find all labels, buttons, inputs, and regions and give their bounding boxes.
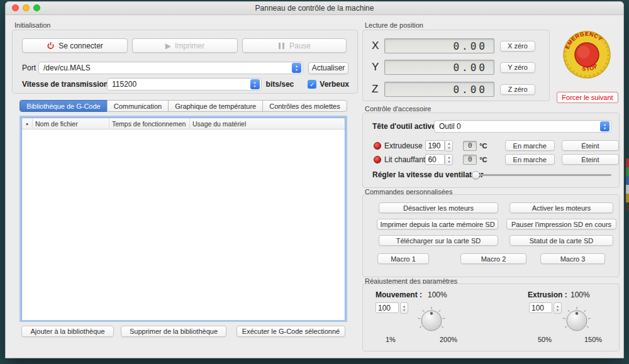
z-position-display: 0.00 [384, 82, 494, 97]
movement-min-label: 1% [386, 336, 396, 343]
background-window-sliver [626, 158, 629, 211]
connect-label: Se connecter [58, 41, 103, 50]
init-group: Se connecter ▶ Imprimer Pause Port /dev/… [12, 30, 358, 94]
extruder-target-stepper[interactable]: ▲▼ [445, 140, 453, 152]
baud-unit-label: bits/sec [266, 80, 294, 89]
extruder-on-button[interactable]: En marche [505, 140, 555, 151]
fan-speed-slider[interactable] [472, 171, 611, 179]
bed-label: Lit chauffant [384, 155, 425, 164]
tab-temperature-graph[interactable]: Graphique de température [168, 100, 263, 112]
extruder-off-button[interactable]: Éteint [562, 140, 619, 151]
toolhead-value: Outil 0 [439, 122, 461, 131]
force-next-button[interactable]: Forcer le suivant [557, 92, 618, 103]
table-col-material[interactable]: Usage du matériel [190, 118, 345, 129]
extrusion-max-label: 150% [584, 336, 602, 343]
z-zero-button[interactable]: Z zéro [500, 84, 535, 95]
port-label: Port [22, 63, 38, 72]
slider-thumb[interactable] [472, 171, 480, 179]
combo-arrows-icon: ▲▼ [600, 121, 610, 131]
table-header: • Nom de fichier Temps de fonctionnemen … [22, 118, 345, 130]
bed-temp-display: 0 [463, 155, 477, 165]
movement-max-label: 200% [440, 336, 457, 343]
x-position-display: 0.00 [384, 38, 494, 53]
sd-upload-button[interactable]: Télécharger sur la carte SD [379, 235, 498, 246]
table-col-marker[interactable]: • [22, 118, 33, 129]
baud-select[interactable]: 115200 ▲▼ [107, 78, 262, 91]
power-icon [47, 41, 55, 50]
verbose-checkbox[interactable]: ✓ [308, 80, 316, 89]
position-group: X 0.00 X zéro Y 0.00 Y zéro Z 0.00 Z zér… [362, 30, 550, 101]
baud-value: 115200 [112, 80, 136, 89]
init-group-label: Initialisation [14, 21, 50, 29]
library-remove-button[interactable]: Supprimer de la bibliothèque [121, 326, 226, 337]
pause-button[interactable]: Pause [242, 38, 347, 53]
baud-label: Vitesse de transmission [22, 80, 107, 89]
combo-arrows-icon: ▲▼ [292, 63, 301, 73]
tab-communication[interactable]: Communication [107, 100, 169, 112]
toolhead-select[interactable]: Outil 0 ▲▼ [434, 120, 611, 133]
pause-icon [278, 43, 286, 49]
port-select[interactable]: /dev/cu.MALS ▲▼ [38, 62, 303, 74]
connect-button[interactable]: Se connecter [22, 38, 128, 53]
sd-pause-button[interactable]: Pauser l'impression SD en cours [506, 219, 616, 229]
movement-label: Mouvement : [376, 290, 422, 299]
axis-y-label: Y [372, 61, 384, 74]
extrusion-percent-label: 100% [571, 290, 590, 299]
title-bar[interactable]: Panneau de contrôle de la machine [6, 2, 623, 15]
close-window-icon[interactable] [12, 4, 19, 11]
extruder-unit-label: °C [479, 142, 487, 150]
minimize-window-icon[interactable] [23, 4, 30, 11]
bed-unit-label: °C [479, 156, 487, 163]
axis-x-label: X [372, 40, 384, 52]
sd-status-button[interactable]: Statut de la carte SD [509, 235, 613, 246]
macro-2-button[interactable]: Macro 2 [460, 253, 526, 264]
machine-control-window: Panneau de contrôle de la machine Initia… [5, 1, 624, 358]
slider-track[interactable] [472, 174, 611, 176]
bed-heater-led [374, 156, 381, 163]
motors-off-button[interactable]: Désactiver les moteurs [379, 202, 498, 213]
library-add-button[interactable]: Ajouter à la bibliothèque [21, 326, 114, 337]
sd-print-button[interactable]: Imprimer depuis la carte mémoire SD [377, 219, 498, 229]
gcode-library-table: • Nom de fichier Temps de fonctionnemen … [21, 118, 345, 320]
macro-1-button[interactable]: Macro 1 [377, 253, 429, 264]
axis-z-label: Z [372, 83, 384, 96]
bed-off-button[interactable]: Éteint [562, 154, 619, 165]
y-zero-button[interactable]: Y zéro [500, 62, 535, 73]
extrusion-value-input[interactable] [529, 302, 552, 313]
movement-knob[interactable] [416, 304, 447, 334]
movement-stepper[interactable]: ▲▼ [400, 302, 408, 314]
fan-speed-label: Régler la vitesse du ventilateur [372, 170, 472, 179]
library-run-button[interactable]: Exécuter le G-Code sélectionné [237, 326, 345, 337]
table-col-runtime[interactable]: Temps de fonctionnemen [109, 118, 190, 129]
extrusion-label: Extrusion : [528, 290, 567, 299]
extrusion-stepper[interactable]: ▲▼ [554, 302, 562, 314]
pause-label: Pause [289, 41, 311, 50]
tab-jog-controls[interactable]: Contrôles des molettes [262, 100, 347, 112]
window-title: Panneau de contrôle de la machine [255, 4, 374, 13]
zoom-window-icon[interactable] [33, 4, 40, 11]
custom-group: Désactiver les moteurs Activer les moteu… [362, 194, 620, 277]
x-zero-button[interactable]: X zéro [500, 41, 535, 52]
extrusion-knob[interactable] [562, 304, 592, 334]
port-value: /dev/cu.MALS [43, 63, 91, 72]
table-col-filename[interactable]: Nom de fichier [33, 118, 109, 129]
print-button[interactable]: ▶ Imprimer [132, 38, 238, 53]
play-icon: ▶ [165, 41, 171, 50]
accessory-group: Tête d'outil active Outil 0 ▲▼ Extrudeus… [362, 113, 620, 188]
bed-on-button[interactable]: En marche [505, 154, 555, 165]
macro-3-button[interactable]: Macro 3 [540, 253, 605, 264]
motors-on-button[interactable]: Activer les moteurs [509, 202, 613, 213]
tab-gcode-library[interactable]: Bibliothèque de G-Code [19, 100, 107, 112]
emergency-stop-button[interactable]: EMERGENCY STOP [557, 25, 618, 85]
refresh-ports-button[interactable]: Actualiser [308, 62, 348, 74]
table-body-empty[interactable] [22, 130, 345, 320]
bed-target-stepper[interactable]: ▲▼ [445, 154, 453, 165]
extruder-temp-display: 0 [463, 141, 477, 151]
movement-value-input[interactable] [376, 302, 399, 313]
verbose-label: Verbeux [320, 80, 349, 89]
tuning-group: Mouvement : 100% ▲▼ 1% 200% Extrusion : … [362, 284, 620, 351]
combo-arrows-icon: ▲▼ [250, 79, 260, 89]
extruder-target-input[interactable] [425, 140, 445, 151]
toolhead-label: Tête d'outil active [372, 122, 434, 131]
bed-target-input[interactable] [425, 154, 445, 165]
